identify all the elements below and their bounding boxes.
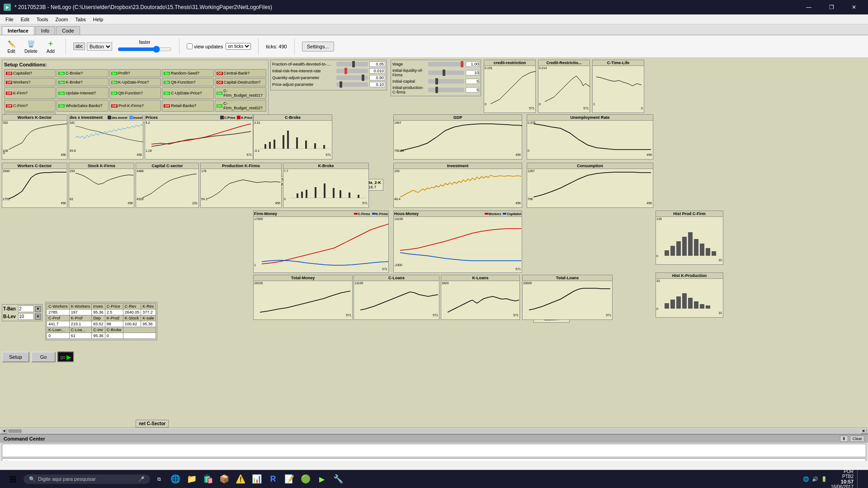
taskbar-r[interactable]: R [266,472,280,486]
condition-retail-banks[interactable]: Off Retail-Banks? [162,100,213,112]
condition-qtt-function-2[interactable]: On Qtt-Function? [109,87,161,99]
menu-zoom[interactable]: Zoom [52,16,71,23]
condition-k-broke[interactable]: On K-Broke? [57,78,108,86]
svg-rect-5 [287,131,289,149]
view-updates-checkbox-label[interactable]: view updates [187,43,223,49]
taskbar-app6[interactable]: 📊 [250,472,264,486]
condition-c-broke[interactable]: On C-Broke? [57,69,108,77]
tab-info[interactable]: Info [35,26,55,35]
taskbar-netlogo[interactable]: ▶ [315,472,329,486]
consumption-chart: Consumption 1297 766 456 [527,163,653,208]
setup-conditions-title: Setup Conditions: [4,62,266,67]
taskbar-app8[interactable]: 🟢 [298,472,313,486]
capital-c-chart: Capital C-sector 4488 4326 231 [136,163,199,208]
add-button[interactable]: + Add [43,38,58,55]
condition-update-interest[interactable]: On Update-Interest? [57,87,108,99]
settings-button[interactable]: Settings... [302,42,334,52]
tab-code[interactable]: Code [56,26,80,35]
menu-help[interactable]: Help [90,16,107,23]
taskbar-word[interactable]: 📝 [282,472,297,486]
command-center: Command Center ⬆ Clear observer> [0,434,868,461]
condition-prof-k-firms[interactable]: Off Prof-K-Firms? [109,100,161,112]
scroll-left-button[interactable]: ◄ [1,428,7,434]
gdp-svg [400,122,522,152]
speed-slider-area: faster [118,40,172,53]
condition-profit[interactable]: On Profit? [109,69,161,77]
condition-wholesale-sales[interactable]: On WholeSales-Banks? [57,100,108,112]
menu-tools[interactable]: Tools [33,16,52,23]
svg-rect-28 [706,248,710,256]
go-button[interactable]: Go [31,352,56,362]
taskbar-app5[interactable]: ⚠️ [233,472,248,486]
add-icon: + [46,39,56,49]
maximize-button[interactable]: ❐ [821,0,842,14]
des-investment-svg [75,122,143,152]
h-scrollbar[interactable]: ◄ ► [0,427,868,434]
prices-chart: Prices C-Price K-Price 4.2 1.18 571 [145,114,253,160]
minimize-button[interactable]: — [798,0,819,14]
gdp-chart: GDP 1407 750.28 456 [393,114,522,160]
t-ban-input[interactable] [18,305,34,312]
type-dropdown[interactable]: Button [87,42,112,51]
scroll-track [8,429,860,433]
lang-display: POR [844,469,854,474]
expand-button[interactable]: ⬆ [840,436,848,442]
view-updates-checkbox[interactable] [187,43,193,49]
condition-c-firm-budget1[interactable]: On C-Firm_Budget_rest01? [215,87,266,99]
taskbar-dropbox[interactable]: 📦 [217,472,231,486]
scroll-thumb[interactable] [8,429,22,433]
command-input-area: observer> [2,458,866,461]
menu-edit[interactable]: Edit [17,16,33,23]
taskbar-ie[interactable]: 🌐 [168,472,183,486]
total-loans-chart: Total-Loans 33000 571 [522,275,613,320]
condition-c-firm[interactable]: Off C-Firm? [4,100,56,112]
search-icon: 🔍 [29,476,35,482]
condition-qtt-function[interactable]: On Qtt-Function? [162,78,213,86]
taskbar-app9[interactable]: 🔧 [331,472,345,486]
on-ticks-dropdown[interactable]: on ticks [226,43,251,50]
speed-slider[interactable] [118,46,172,53]
taskbar-search[interactable]: 🔍 Digite aqui para pesquisar 🎤 [24,474,150,484]
taskbar-task-view[interactable]: ⧉ [152,472,166,486]
tab-interface[interactable]: Interface [2,26,34,35]
k-broke-svg [290,170,367,199]
condition-k-update-price[interactable]: On K-UpDate-Price? [109,78,161,86]
svg-rect-34 [688,298,693,309]
clear-button[interactable]: Clear [850,436,864,442]
b-lev-input[interactable] [18,313,34,320]
t-ban-dropdown[interactable]: ▼ [35,306,41,312]
go-arrow-icon: ▶ [66,353,71,361]
menu-file[interactable]: File [2,16,17,23]
condition-c-update-price[interactable]: On C-UpDate-Price? [162,87,213,99]
setup-button[interactable]: Setup [2,352,29,362]
b-lev-dropdown[interactable]: ▼ [35,314,41,320]
start-button[interactable]: ⊞ [4,470,22,488]
taskbar-store[interactable]: 🛍️ [201,472,215,486]
condition-capital-destruction[interactable]: Off Capital-Destruction? [215,78,266,86]
search-text: Digite aqui para pesquisar [38,476,96,482]
notification-area[interactable] [857,470,864,488]
microphone-icon: 🎤 [138,476,145,482]
svg-rect-25 [688,232,693,256]
condition-capitalist[interactable]: Off Capitalist? [4,69,56,77]
menu-tabs[interactable]: Tabs [72,16,90,23]
hist-k-svg [662,281,721,310]
svg-rect-2 [269,142,271,149]
close-button[interactable]: ✕ [844,0,864,14]
condition-central-bank[interactable]: Off Central-Bank? [215,69,266,77]
condition-k-firm[interactable]: Off K-Firm? [4,87,56,99]
delete-button[interactable]: 🗑️ Delete [22,38,40,55]
svg-rect-35 [694,301,698,309]
condition-c-firm-budget2[interactable]: On C-Firm_Budget_rest02? [215,100,266,112]
command-input[interactable] [26,460,864,461]
credit-restriction-svg [491,68,536,106]
edit-button[interactable]: ✏️ Edit [4,38,19,55]
svg-rect-11 [297,193,298,198]
condition-workers[interactable]: Off Workers? [4,78,56,86]
svg-rect-8 [314,143,316,149]
taskbar-explorer[interactable]: 📁 [184,472,199,486]
abc-button[interactable]: abc [73,42,85,50]
scroll-right-button[interactable]: ► [861,428,867,434]
condition-random-seed[interactable]: On Random-Seed? [162,69,213,77]
param-price-adjust: Price-adjust-parameter 0.10 [272,82,385,87]
